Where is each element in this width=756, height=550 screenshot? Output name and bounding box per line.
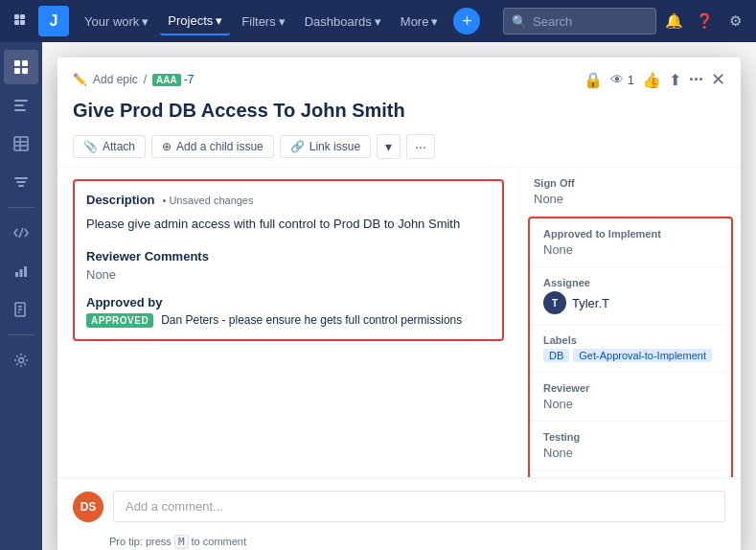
more-actions-dropdown[interactable]: ▾ [377, 134, 401, 159]
breadcrumb: ✏️ Add epic / AAA -7 [73, 73, 194, 86]
label-approval[interactable]: Get-Approval-to-Implement [573, 349, 712, 362]
approved-by-row: APPROVED Dan Peters - please ensure he g… [86, 313, 491, 328]
sidebar-item-reports[interactable] [4, 254, 38, 288]
svg-rect-21 [24, 266, 27, 277]
modal-title-area: Give Prod DB Access To John Smith [57, 90, 741, 126]
create-button[interactable]: + [453, 8, 480, 34]
breadcrumb-issue-link[interactable]: AAA -7 [152, 73, 194, 86]
sidebar-item-settings[interactable] [4, 343, 38, 378]
add-child-issue-button[interactable]: ⊕ Add a child issue [151, 135, 274, 158]
description-header: Description • Unsaved changes [86, 193, 491, 207]
svg-rect-9 [14, 104, 24, 106]
approved-text: Dan Peters - please ensure he gets full … [161, 313, 462, 327]
assignee-avatar: T [543, 291, 566, 314]
sign-off-value: None [534, 192, 727, 206]
breadcrumb-epic[interactable]: Add epic [93, 73, 138, 86]
testing-value: None [543, 446, 718, 460]
pro-tip-key: M [174, 535, 189, 549]
extra-actions-button[interactable]: ··· [406, 134, 435, 159]
approved-to-implement-label: Approved to Implement [543, 228, 718, 240]
link-issue-button[interactable]: 🔗 Link issue [280, 135, 371, 158]
thumbs-up-icon[interactable]: 👍 [642, 71, 661, 89]
assignee-row: T Tyler.T [543, 291, 718, 314]
testing-section: Testing None [530, 422, 731, 470]
filters-nav[interactable]: Filters ▾ [234, 9, 292, 34]
paperclip-icon: 📎 [83, 140, 98, 153]
more-actions-icon[interactable]: ··· [689, 70, 703, 90]
svg-rect-5 [22, 60, 28, 66]
search-icon: 🔍 [512, 14, 527, 29]
svg-rect-1 [20, 14, 25, 19]
sign-off-section: Sign Off None [520, 168, 741, 217]
projects-nav[interactable]: Projects ▾ [160, 8, 230, 35]
pro-tip: Pro tip: press M to comment [57, 534, 741, 550]
description-text[interactable]: Please give admin access with full contr… [86, 215, 491, 234]
search-bar[interactable]: 🔍 Search [503, 8, 656, 34]
reviewer-comments-value: None [86, 267, 491, 282]
child-icon: ⊕ [162, 140, 172, 153]
commenter-avatar: DS [73, 492, 103, 522]
issue-modal: ✏️ Add epic / AAA -7 🔒 👁 1 👍 ⬆ [57, 57, 741, 550]
more-nav[interactable]: More ▾ [393, 9, 447, 34]
reviewer-label: Reviewer [543, 382, 718, 394]
grid-icon[interactable] [8, 8, 34, 34]
svg-rect-19 [15, 272, 18, 277]
breadcrumb-separator: / [144, 73, 147, 86]
notifications-icon[interactable]: 🔔 [660, 8, 687, 34]
link-icon: 🔗 [290, 140, 305, 153]
modal-body: Description • Unsaved changes Please giv… [57, 167, 741, 477]
approved-to-implement-value: None [543, 242, 718, 257]
modal-header: ✏️ Add epic / AAA -7 🔒 👁 1 👍 ⬆ [57, 57, 741, 90]
right-panel: Sign Off None Approved to Implement None… [520, 168, 741, 477]
watch-count: 1 [628, 73, 634, 87]
left-panel: Description • Unsaved changes Please giv… [57, 168, 520, 477]
svg-rect-17 [18, 185, 24, 187]
comment-input[interactable]: Add a comment... [113, 491, 725, 522]
svg-rect-4 [14, 60, 20, 66]
help-icon[interactable]: ❓ [691, 8, 718, 34]
svg-rect-6 [14, 68, 20, 74]
pencil-icon: ✏️ [73, 73, 87, 86]
assignee-label: Assignee [543, 277, 718, 288]
settings-icon[interactable]: ⚙ [722, 8, 748, 34]
svg-rect-20 [20, 269, 23, 277]
issue-title[interactable]: Give Prod DB Access To John Smith [73, 98, 725, 123]
comment-area: DS Add a comment... [57, 478, 741, 534]
attach-button[interactable]: 📎 Attach [73, 135, 146, 158]
issue-number: -7 [184, 73, 195, 86]
sidebar-item-timeline[interactable] [4, 165, 38, 199]
sidebar-item-boards[interactable] [4, 88, 38, 123]
watch-button[interactable]: 👁 1 [610, 72, 634, 87]
reviewer-section: Reviewer None [530, 373, 731, 422]
dashboards-nav[interactable]: Dashboards ▾ [297, 9, 389, 34]
sign-off-label: Sign Off [534, 177, 727, 189]
eye-icon: 👁 [610, 72, 624, 87]
assignee-section: Assignee T Tyler.T [530, 267, 731, 325]
sidebar [0, 42, 42, 550]
reviewer-value: None [543, 397, 718, 411]
issue-badge: AAA [152, 74, 181, 86]
your-work-nav[interactable]: Your work ▾ [77, 9, 156, 34]
svg-rect-10 [14, 109, 26, 111]
sidebar-item-code[interactable] [4, 216, 38, 250]
sidebar-item-home[interactable] [4, 50, 38, 84]
jira-logo: J [38, 6, 69, 36]
svg-rect-3 [20, 20, 25, 25]
test-results-section: Test results None [530, 470, 731, 477]
svg-rect-8 [14, 100, 28, 102]
svg-rect-0 [14, 14, 19, 19]
share-icon[interactable]: ⬆ [669, 71, 681, 89]
reviewer-comments-label: Reviewer Comments [86, 249, 491, 264]
close-icon[interactable]: ✕ [711, 69, 725, 90]
sidebar-item-table[interactable] [4, 126, 38, 161]
action-bar: 📎 Attach ⊕ Add a child issue 🔗 Link issu… [57, 126, 741, 167]
lock-icon[interactable]: 🔒 [584, 71, 603, 89]
label-db[interactable]: DB [543, 349, 569, 362]
svg-line-18 [19, 228, 23, 238]
right-bordered-section: Approved to Implement None Assignee T Ty… [528, 217, 733, 477]
svg-point-26 [19, 358, 24, 363]
sidebar-item-pages[interactable] [4, 292, 38, 327]
description-section: Description • Unsaved changes Please giv… [73, 179, 504, 341]
approved-badge: APPROVED [86, 313, 153, 328]
assignee-name[interactable]: Tyler.T [572, 296, 609, 310]
